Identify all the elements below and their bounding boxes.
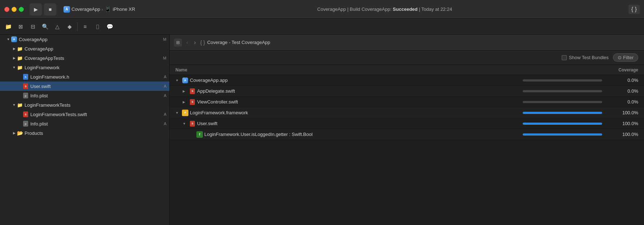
- project-icon: A: [11, 36, 17, 43]
- row-label: LoginFramework.User.isLoggedIn.getter : …: [204, 132, 313, 137]
- badge-a: A: [164, 122, 166, 126]
- hierarchy-icon[interactable]: ⊟: [27, 21, 38, 32]
- sidebar-item-label: Info.plist: [30, 93, 162, 98]
- toolbar: 📁 ⊠ ⊟ 🔍 △ ◆ ≡ ⌷ 💬: [0, 19, 644, 35]
- bar-background: [523, 112, 602, 114]
- coverage-title: { } Coverage - Test CoverageApp: [200, 40, 270, 45]
- col-name-header: Name: [175, 67, 523, 72]
- sidebar-item-loginframework-h[interactable]: h LoginFramework.h A: [0, 72, 169, 81]
- comment-icon[interactable]: 💬: [104, 21, 115, 32]
- row-bar-cell: [523, 112, 609, 114]
- table-row[interactable]: ▼ S User.swift 100.0%: [170, 118, 644, 129]
- row-name-cell: ▶ S ViewController.swift: [175, 99, 523, 105]
- row-name-cell: ▶ S AppDelegate.swift: [175, 88, 523, 94]
- folder-icon: 📁: [17, 64, 23, 71]
- titlebar: ▶ ■ A CoverageApp › 📱 iPhone XR Coverage…: [0, 0, 644, 19]
- disclosure-icon: ▼: [12, 103, 17, 107]
- filter-button[interactable]: ⊙ Filter: [613, 53, 638, 62]
- row-pct-cell: 0.0%: [609, 88, 638, 94]
- row-bar-cell: [523, 101, 609, 103]
- sidebar-item-label: CoverageApp: [25, 46, 166, 52]
- sidebar-item-label: CoverageAppTests: [25, 56, 162, 61]
- tag-icon[interactable]: ⌷: [92, 21, 103, 32]
- show-bundles-label: Show Test Bundles: [569, 55, 609, 60]
- coverage-table: Name Coverage ▼ A CoverageApp.app: [170, 65, 644, 225]
- build-status: CoverageApp | Build CoverageApp: Succeed…: [144, 6, 626, 12]
- filter-icon: ⊙: [618, 55, 622, 60]
- back-button[interactable]: ‹: [185, 39, 190, 47]
- sidebar-item-loginframeworktests-swift[interactable]: S LoginFrameworkTests.swift A: [0, 110, 169, 119]
- sidebar-item-loginframeworktests[interactable]: ▼ 📁 LoginFrameworkTests: [0, 100, 169, 110]
- folder-icon: 📁: [17, 45, 23, 52]
- disclosure-icon: ▶: [12, 56, 17, 60]
- close-button[interactable]: [4, 7, 9, 12]
- coverage-panel: ⊞ ‹ › { } Coverage - Test CoverageApp Sh…: [170, 35, 644, 225]
- app-icon: A: [182, 77, 188, 84]
- sidebar-item-coverageapp-folder[interactable]: ▶ 📁 CoverageApp: [0, 44, 169, 53]
- alert-icon[interactable]: △: [52, 21, 63, 32]
- file-h-icon: h: [22, 74, 29, 80]
- sidebar-item-user-swift[interactable]: S User.swift A: [0, 81, 169, 91]
- row-pct-cell: 0.0%: [609, 99, 638, 105]
- table-row[interactable]: ▶ S ViewController.swift 0.0%: [170, 97, 644, 107]
- sidebar-item-label: Info.plist: [30, 121, 162, 127]
- row-label: User.swift: [197, 121, 217, 126]
- row-name-cell: ▼ S User.swift: [175, 120, 523, 127]
- table-row[interactable]: ▶ S AppDelegate.swift 0.0%: [170, 86, 644, 97]
- sidebar-item-label: User.swift: [30, 84, 162, 89]
- show-bundles-checkbox[interactable]: [562, 55, 567, 60]
- project-name: CoverageApp: [71, 6, 100, 12]
- list-icon[interactable]: ≡: [80, 21, 91, 32]
- chevron-right-icon: ›: [102, 7, 103, 12]
- code-review-button[interactable]: { }: [628, 5, 640, 14]
- grid-view-icon[interactable]: ⊞: [174, 39, 182, 47]
- disclosure-icon: ▶: [12, 131, 17, 135]
- table-row[interactable]: ▼ A CoverageApp.app 0.0%: [170, 75, 644, 86]
- breakpoint-icon[interactable]: ◆: [64, 21, 75, 32]
- show-bundles-toggle[interactable]: Show Test Bundles: [562, 55, 609, 60]
- badge-a: A: [164, 75, 166, 79]
- warning-icon[interactable]: ⊠: [15, 21, 26, 32]
- toolbar-divider: [77, 22, 78, 31]
- sidebar-item-coverageapp-root[interactable]: ▼ A CoverageApp M: [0, 35, 169, 44]
- row-name-cell: ▼ A CoverageApp.app: [175, 77, 523, 84]
- row-pct-cell: 100.0%: [609, 121, 638, 126]
- disclosure-icon: ▼: [12, 66, 17, 69]
- bar-fill: [523, 112, 602, 114]
- project-selector[interactable]: A CoverageApp › 📱 iPhone XR: [64, 6, 135, 13]
- sidebar-item-products[interactable]: ▶ 📂 Products: [0, 128, 169, 138]
- folder-blue-icon: 📂: [17, 130, 23, 136]
- filter-label: Filter: [623, 55, 634, 60]
- folder-icon[interactable]: 📁: [3, 21, 14, 32]
- disclosure-icon: ▼: [183, 122, 188, 125]
- row-label: ViewController.swift: [197, 99, 238, 105]
- row-name-cell: ▼ F LoginFramework.framework: [175, 110, 523, 116]
- sidebar-item-label: LoginFrameworkTests.swift: [30, 112, 162, 117]
- bar-fill: [523, 123, 602, 125]
- table-row[interactable]: ▼ F LoginFramework.framework 100.0%: [170, 107, 644, 118]
- fullscreen-button[interactable]: [19, 7, 24, 12]
- curly-braces-icon: { }: [200, 40, 205, 45]
- play-button[interactable]: ▶: [30, 3, 42, 16]
- sidebar-item-info-plist[interactable]: p Info.plist A: [0, 91, 169, 100]
- bar-background: [523, 123, 602, 125]
- stop-button[interactable]: ■: [44, 3, 56, 16]
- minimize-button[interactable]: [12, 7, 17, 12]
- file-icon: S: [189, 88, 196, 94]
- table-row[interactable]: f LoginFramework.User.isLoggedIn.getter …: [170, 129, 644, 140]
- search-icon[interactable]: 🔍: [40, 21, 51, 32]
- row-label: CoverageApp.app: [190, 78, 228, 83]
- folder-icon: 📁: [17, 102, 23, 108]
- sidebar-item-label: LoginFramework: [25, 65, 166, 70]
- device-icon: 📱: [104, 6, 111, 13]
- row-label: LoginFramework.framework: [190, 110, 248, 115]
- forward-button[interactable]: ›: [192, 39, 197, 47]
- coverage-toolbar: Show Test Bundles ⊙ Filter: [170, 50, 644, 65]
- sidebar-item-label: CoverageApp: [19, 37, 162, 42]
- bar-background: [523, 133, 602, 136]
- sidebar-item-info-plist-2[interactable]: p Info.plist A: [0, 119, 169, 128]
- sidebar-item-label: LoginFramework.h: [30, 74, 162, 80]
- sidebar-item-coverageapptests[interactable]: ▶ 📁 CoverageAppTests M: [0, 53, 169, 63]
- sidebar-item-loginframework[interactable]: ▼ 📁 LoginFramework: [0, 63, 169, 72]
- plist-icon: p: [22, 120, 29, 127]
